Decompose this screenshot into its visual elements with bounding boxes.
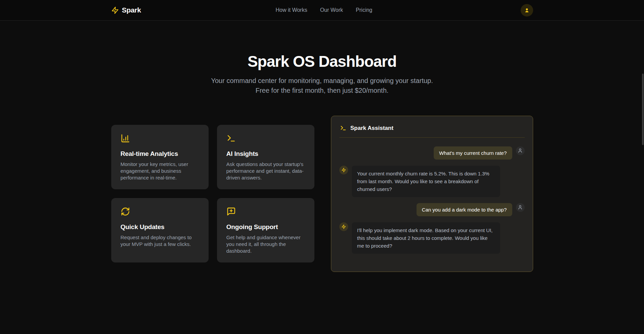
features-grid: Real-time Analytics Monitor your key met…	[111, 125, 314, 262]
assistant-panel-header: Spark Assistant	[339, 124, 525, 132]
assistant-bubble: Your current monthly churn rate is 5.2%.…	[352, 166, 500, 197]
zap-icon	[341, 224, 346, 229]
user-bubble: What's my current churn rate?	[434, 146, 512, 160]
feature-card-ai-insights: AI Insights Ask questions about your sta…	[217, 125, 314, 189]
assistant-avatar	[339, 166, 348, 174]
spark-assistant-panel: Spark Assistant What's my current churn …	[331, 116, 533, 272]
nav-link-pricing[interactable]: Pricing	[356, 7, 372, 13]
feature-title: AI Insights	[226, 150, 305, 158]
feature-title: Ongoing Support	[226, 223, 305, 231]
chat-message-assistant: Your current monthly churn rate is 5.2%.…	[339, 166, 525, 197]
chat-message-user: What's my current churn rate?	[339, 146, 525, 160]
page-title: Spark OS Dashboard	[0, 53, 644, 71]
assistant-panel-title: Spark Assistant	[350, 125, 394, 132]
feature-card-ongoing-support: Ongoing Support Get help and guidance wh…	[217, 198, 314, 262]
hero-section: Spark OS Dashboard Your command center f…	[0, 21, 644, 95]
chat-message-assistant: I'll help you implement dark mode. Based…	[339, 222, 525, 254]
user-icon	[524, 7, 530, 13]
spark-logo-icon	[111, 6, 119, 14]
main-section: Real-time Analytics Monitor your key met…	[111, 116, 533, 272]
message-square-plus-icon	[226, 207, 305, 216]
account-avatar-button[interactable]	[521, 4, 533, 17]
user-avatar	[516, 203, 525, 212]
brand-name: Spark	[122, 6, 141, 14]
refresh-icon	[121, 207, 199, 216]
feature-description: Request and deploy changes to your MVP w…	[121, 234, 199, 248]
feature-description: Get help and guidance whenever you need …	[226, 234, 305, 254]
header-divider	[339, 137, 525, 138]
feature-description: Ask questions about your startup's perfo…	[226, 161, 305, 181]
brand[interactable]: Spark	[111, 6, 141, 14]
top-nav: Spark How it Works Our Work Pricing	[0, 0, 644, 21]
terminal-icon	[226, 134, 305, 143]
feature-title: Quick Updates	[121, 223, 199, 231]
nav-link-our-work[interactable]: Our Work	[320, 7, 343, 13]
feature-title: Real-time Analytics	[121, 150, 199, 158]
nav-links: How it Works Our Work Pricing	[276, 7, 372, 13]
chat-message-user: Can you add a dark mode to the app?	[339, 203, 525, 216]
nav-link-how-it-works[interactable]: How it Works	[276, 7, 307, 13]
assistant-bubble: I'll help you implement dark mode. Based…	[352, 222, 500, 254]
bar-chart-icon	[121, 134, 199, 143]
terminal-icon	[340, 125, 346, 131]
feature-card-quick-updates: Quick Updates Request and deploy changes…	[111, 198, 209, 262]
chat-messages: What's my current churn rate? Your curre…	[339, 146, 525, 254]
zap-icon	[341, 168, 346, 172]
user-bubble: Can you add a dark mode to the app?	[417, 203, 512, 216]
user-icon	[518, 148, 523, 153]
scrollbar-thumb[interactable]	[642, 74, 644, 145]
user-avatar	[516, 146, 525, 155]
feature-card-realtime-analytics: Real-time Analytics Monitor your key met…	[111, 125, 209, 189]
user-icon	[518, 205, 523, 210]
hero-subtitle: Your command center for monitoring, mana…	[208, 76, 437, 95]
assistant-avatar	[339, 222, 348, 231]
feature-description: Monitor your key metrics, user engagemen…	[121, 161, 199, 181]
